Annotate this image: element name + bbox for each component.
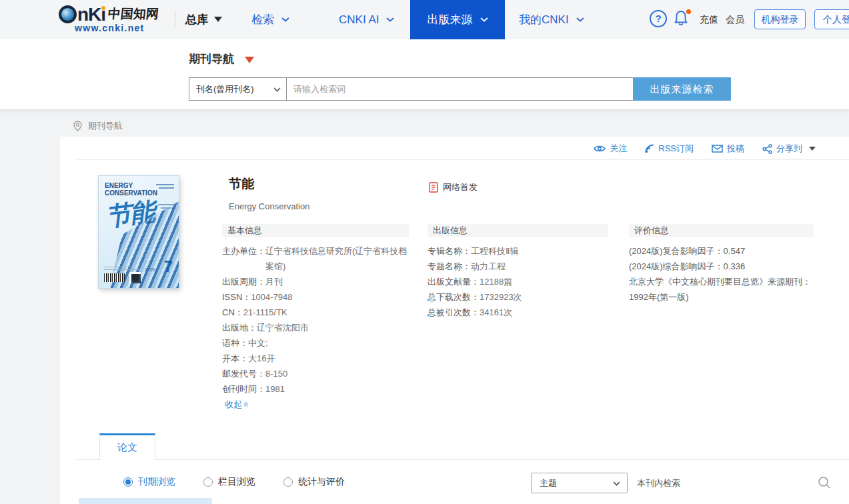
info-row: 总被引次数：34161次: [428, 305, 608, 320]
evaluation-line: (2024版)复合影响因子：0.547: [629, 243, 814, 259]
collapse-link[interactable]: 收起: [225, 397, 249, 412]
section-header: 评价信息: [629, 224, 814, 237]
submit-manuscript-button[interactable]: 投稿: [712, 143, 744, 155]
nav-item-cnki-ai[interactable]: CNKI AI: [339, 0, 394, 39]
cover-decor: [158, 204, 174, 205]
chevron-down-icon: [576, 17, 584, 22]
info-row: 主办单位：辽宁省科技信息研究所(辽宁省科技档案馆): [222, 243, 409, 274]
share-icon: [762, 144, 772, 154]
chevron-down-icon: [613, 481, 620, 486]
cover-title-en-1: ENERGY: [105, 182, 157, 189]
logo-chinese: 中国知网: [107, 5, 160, 23]
journal-detail-card: 关注 RSS订阅 投稿: [60, 137, 849, 504]
publication-info-section: 出版信息 专辑名称：工程科技Ⅱ辑 专题名称：动力工程 出版文献量：12188篇 …: [428, 224, 608, 320]
caret-down-icon: [214, 17, 222, 22]
tab-papers-active[interactable]: 论文: [99, 433, 155, 460]
chevron-down-icon: [480, 17, 488, 22]
info-row: CN：21-1115/TK: [222, 305, 409, 320]
journal-title: 节能: [229, 175, 254, 193]
chevron-down-icon: [281, 17, 289, 22]
evaluation-line: (2024版)综合影响因子：0.336: [629, 259, 814, 274]
radio-column-browse[interactable]: 栏目浏览: [203, 476, 255, 488]
online-first-badge[interactable]: 网络首发: [429, 181, 478, 193]
info-row: ISSN：1004-7948: [222, 289, 409, 305]
cover-decor: [159, 187, 174, 189]
cover-year: 2025: [144, 267, 155, 272]
qr-code: [129, 272, 141, 283]
notification-dot: [686, 9, 691, 14]
publication-source-search-button[interactable]: 出版来源检索: [633, 77, 731, 101]
journal-cover[interactable]: ENERGYCONSERVATION 节能 2025 7: [98, 175, 179, 289]
notification-bell-icon[interactable]: [674, 9, 691, 28]
divider: [77, 159, 849, 160]
cnki-logo[interactable]: nKi 中国知网 www.cnki.net: [59, 4, 159, 33]
barcode: [104, 273, 125, 282]
nav-item-publication-sources-active[interactable]: 出版来源: [410, 0, 505, 39]
nav-item-my-cnki[interactable]: 我的CNKI: [519, 0, 584, 39]
globe-icon: [59, 5, 77, 23]
info-row: 专题名称：动力工程: [428, 259, 608, 274]
top-navigation-bar: nKi 中国知网 www.cnki.net 总库 检索 CNKI AI 出版来源…: [0, 0, 849, 39]
basic-info-section: 基本信息 主办单位：辽宁省科技信息研究所(辽宁省科技档案馆) 出版周期：月刊 I…: [222, 224, 409, 412]
cover-issue-number: 7: [164, 259, 173, 275]
info-row: 邮发代号：8-150: [222, 366, 409, 381]
nav-item-library[interactable]: 总库: [185, 0, 222, 39]
evaluation-line: 北京大学《中文核心期刊要目总览》来源期刊：1992年(第一版): [629, 274, 814, 305]
logo-i-dot: [101, 6, 105, 10]
share-button[interactable]: 分享到: [762, 143, 816, 155]
radio-icon: [283, 477, 293, 487]
info-row: 出版文献量：12188篇: [428, 274, 608, 289]
logo-latin: nKi: [77, 5, 105, 23]
eye-icon: [594, 145, 606, 153]
search-field-select[interactable]: 刊名(曾用刊名): [189, 77, 287, 101]
divider: [175, 11, 175, 29]
info-row: 专辑名称：工程科技Ⅱ辑: [428, 243, 608, 259]
evaluation-info-section: 评价信息 (2024版)复合影响因子：0.547 (2024版)综合影响因子：0…: [629, 224, 814, 305]
journal-nav-header: 期刊导航 刊名(曾用刊名) 出版来源检索: [0, 39, 849, 110]
info-row: 开本：大16开: [222, 351, 409, 366]
tab-divider: [77, 459, 849, 460]
section-header: 基本信息: [222, 224, 409, 237]
journal-title-en: Energy Conservation: [229, 201, 309, 211]
search-input[interactable]: [286, 77, 634, 101]
follow-button[interactable]: 关注: [594, 143, 627, 155]
section-header: 出版信息: [428, 224, 608, 237]
chevron-down-icon: [273, 87, 281, 92]
browse-mode-radios: 刊期浏览 栏目浏览 统计与评价: [123, 476, 345, 488]
card-actions: 关注 RSS订阅 投稿: [594, 143, 816, 155]
cnki-journal-page: nKi 中国知网 www.cnki.net 总库 检索 CNKI AI 出版来源…: [0, 0, 849, 504]
dropdown-triangle-icon[interactable]: [245, 57, 254, 63]
info-row: 出版地：辽宁省沈阳市: [222, 320, 409, 335]
org-login-button[interactable]: 机构登录: [754, 9, 806, 29]
search-icon[interactable]: [818, 476, 831, 489]
location-pin-icon: [73, 121, 82, 131]
info-row: 创刊时间：1981: [222, 381, 409, 397]
document-icon: [429, 182, 438, 193]
cover-decor: [104, 269, 140, 270]
radio-issue-browse[interactable]: 刊期浏览: [123, 476, 175, 488]
rss-subscribe-button[interactable]: RSS订阅: [645, 143, 694, 155]
recharge-link[interactable]: 充值: [700, 0, 718, 39]
breadcrumb-label[interactable]: 期刊导航: [88, 120, 123, 132]
envelope-icon: [712, 145, 723, 153]
help-icon[interactable]: ?: [650, 10, 667, 27]
rss-icon: [645, 144, 654, 153]
page-title: 期刊导航: [189, 51, 254, 67]
info-row: 出版周期：月刊: [222, 274, 409, 289]
in-journal-field-select[interactable]: 主题: [531, 473, 628, 493]
cover-decor: [156, 184, 174, 185]
chevron-down-icon: [386, 17, 394, 22]
personal-login-button[interactable]: 个人登录: [814, 9, 849, 29]
year-panel-header[interactable]: [79, 498, 212, 504]
nav-item-search[interactable]: 检索: [251, 0, 289, 39]
member-link[interactable]: 会员: [726, 0, 744, 39]
info-row: 语种：中文;: [222, 335, 409, 351]
radio-statistics-evaluation[interactable]: 统计与评价: [283, 476, 345, 488]
cover-decor: [104, 267, 131, 267]
breadcrumb: 期刊导航: [73, 120, 123, 132]
triangle-down-icon: [809, 147, 816, 151]
radio-icon: [203, 477, 213, 487]
radio-icon: [123, 477, 133, 487]
info-row: 总下载次数：1732923次: [428, 289, 608, 305]
